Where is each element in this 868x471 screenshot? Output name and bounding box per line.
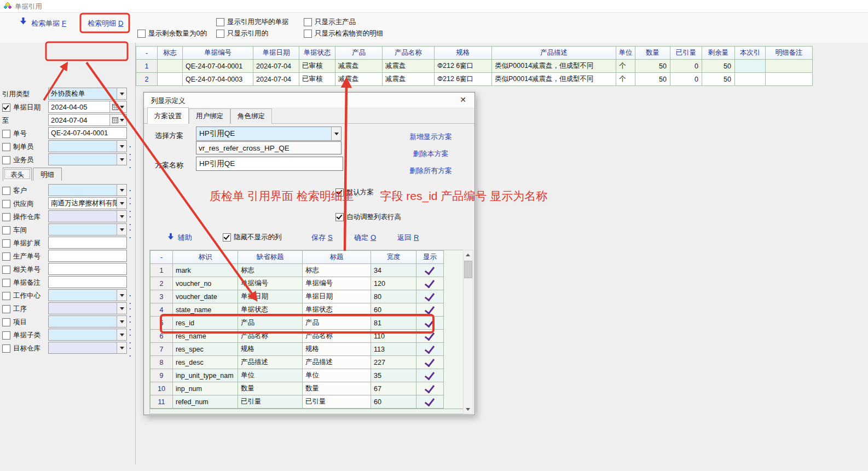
show-cell[interactable] (416, 317, 444, 330)
field-checkbox[interactable] (2, 187, 10, 195)
show-zero-remainder-checkbox[interactable]: 显示剩余数量为0的 (137, 29, 207, 38)
field-id-cell[interactable]: res_spec (173, 343, 238, 356)
save-button[interactable]: 保存S (311, 233, 333, 243)
field-checkbox[interactable] (2, 226, 10, 234)
hide-hidden-columns-checkbox[interactable]: 隐藏不显示的列 (223, 233, 282, 242)
chevron-down-icon[interactable] (117, 198, 126, 209)
spec-cell[interactable]: Φ212 6窗口 (435, 73, 492, 86)
default-title-cell[interactable]: 规格 (238, 343, 303, 356)
spec-cell[interactable]: Φ212 6窗口 (435, 60, 492, 73)
voucher-no-cell[interactable]: QE-24-07-04-0003 (183, 73, 253, 86)
field-select[interactable] (48, 263, 127, 275)
title-cell[interactable]: 标志 (303, 264, 371, 277)
field-select[interactable]: 南通万达摩擦材料有限 (48, 197, 127, 209)
field-id-cell[interactable]: mark (173, 264, 238, 277)
title-cell[interactable]: 产品名称 (303, 330, 371, 343)
salesman-checkbox[interactable] (2, 156, 10, 164)
download-arrow-icon[interactable] (167, 233, 174, 242)
scheme-select[interactable]: HP引用QE (196, 127, 342, 141)
remaining-qty-cell[interactable]: 50 (702, 60, 735, 73)
width-cell[interactable]: 34 (371, 264, 416, 277)
default-title-cell[interactable]: 标志 (238, 264, 303, 277)
default-title-cell[interactable]: 产品名称 (238, 330, 303, 343)
state-cell[interactable]: 已审核 (299, 73, 335, 86)
scroll-up-icon[interactable] (464, 250, 472, 259)
field-checkbox[interactable] (2, 279, 10, 287)
voucher-row[interactable]: 2 QE-24-07-04-0003 2024-07-04 已审核 减震盘 减震… (136, 73, 813, 86)
title-cell[interactable]: 已引量 (303, 395, 371, 409)
product-cell[interactable]: 减震盘 (335, 60, 383, 73)
only-main-product-checkbox[interactable]: 只显示主产品 (304, 18, 356, 27)
default-title-cell[interactable]: 单据状态 (238, 303, 303, 317)
default-title-cell[interactable]: 产品 (238, 317, 303, 330)
tab-detail[interactable]: 明细 (33, 168, 62, 181)
calendar-icon[interactable] (109, 101, 126, 112)
title-cell[interactable]: 产品 (303, 317, 371, 330)
field-id-cell[interactable]: state_name (173, 303, 238, 317)
voucher-row[interactable]: 1 QE-24-07-04-0001 2024-07-04 已审核 减震盘 减震… (136, 60, 813, 73)
show-cell[interactable] (416, 303, 444, 317)
field-checkbox[interactable] (2, 292, 10, 300)
show-cell[interactable] (416, 382, 444, 395)
field-id-cell[interactable]: res_name (173, 330, 238, 343)
field-checkbox[interactable] (2, 252, 10, 261)
default-title-cell[interactable]: 单据编号 (238, 277, 303, 290)
scroll-down-icon[interactable] (464, 405, 472, 413)
show-cell[interactable] (416, 356, 444, 369)
default-title-cell[interactable]: 单位 (238, 369, 303, 382)
tab-scheme-settings[interactable]: 方案设置 (147, 107, 189, 124)
field-select[interactable] (48, 302, 127, 314)
title-cell[interactable]: 单据状态 (303, 303, 371, 317)
this-ref-cell[interactable] (735, 60, 766, 73)
referred-qty-cell[interactable]: 0 (670, 60, 702, 73)
detail-note-cell[interactable] (766, 60, 813, 73)
unit-cell[interactable]: 个 (616, 73, 635, 86)
field-id-cell[interactable]: res_desc (173, 356, 238, 369)
salesman-select[interactable] (48, 153, 127, 165)
close-icon[interactable]: ✕ (457, 95, 469, 105)
title-cell[interactable]: 产品描述 (303, 356, 371, 369)
doc-no-checkbox[interactable] (2, 130, 10, 138)
default-title-cell[interactable]: 已引量 (238, 395, 303, 409)
field-id-cell[interactable]: res_id (173, 317, 238, 330)
only-referred-checkbox[interactable]: 只显示引用的 (216, 29, 268, 38)
title-cell[interactable]: 单据编号 (303, 277, 371, 290)
title-cell[interactable]: 规格 (303, 343, 371, 356)
default-title-cell[interactable]: 单据日期 (238, 290, 303, 303)
calendar-icon[interactable] (109, 114, 126, 125)
tab-user-binding[interactable]: 用户绑定 (189, 108, 230, 124)
chevron-down-icon[interactable] (117, 211, 126, 222)
detail-note-cell[interactable] (766, 73, 813, 86)
scheme-action-link[interactable]: 新增显示方案 (388, 132, 473, 142)
field-id-cell[interactable]: voucher_date (173, 290, 238, 303)
column-def-row[interactable]: 4 state_name 单据状态 单据状态 60 (151, 303, 444, 317)
field-select[interactable] (48, 237, 127, 249)
doc-no-input[interactable]: QE-24-07-04-0001 (48, 127, 127, 139)
description-cell[interactable]: 类似P00014减震盘，但成型不同 (492, 60, 616, 73)
width-cell[interactable]: 110 (371, 330, 416, 343)
width-cell[interactable]: 113 (371, 343, 416, 356)
field-id-cell[interactable]: inp_num (173, 382, 238, 395)
show-finished-checkbox[interactable]: 显示引用完毕的单据 (216, 18, 289, 27)
width-cell[interactable]: 227 (371, 356, 416, 369)
product-name-cell[interactable]: 减震盘 (383, 73, 435, 86)
scheme-name-input[interactable]: HP引用QE (196, 157, 343, 171)
field-checkbox[interactable] (2, 200, 10, 208)
browse-dots-button[interactable]: . . (129, 343, 135, 358)
show-cell[interactable] (416, 290, 444, 303)
field-select[interactable] (48, 276, 127, 288)
default-title-cell[interactable]: 产品描述 (238, 356, 303, 369)
scrollbar-thumb[interactable] (464, 261, 472, 278)
field-checkbox[interactable] (2, 318, 10, 326)
unit-cell[interactable]: 个 (616, 60, 635, 73)
ref-type-select[interactable]: 外协质检单 (48, 88, 127, 100)
show-cell[interactable] (416, 395, 444, 409)
field-id-cell[interactable]: refed_num (173, 395, 238, 409)
voucher-date-cell[interactable]: 2024-07-04 (253, 73, 299, 86)
date-from-input[interactable]: 2024-04-05 (48, 101, 127, 113)
width-cell[interactable]: 120 (371, 277, 416, 290)
title-cell[interactable]: 单位 (303, 369, 371, 382)
date-to-input[interactable]: 2024-07-04 (48, 114, 127, 126)
field-checkbox[interactable] (2, 213, 10, 221)
show-cell[interactable] (416, 264, 444, 277)
